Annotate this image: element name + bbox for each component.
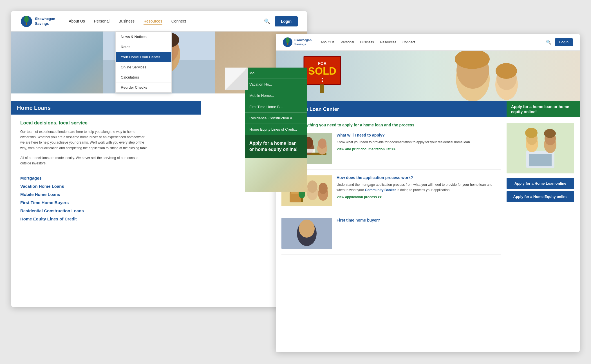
screenshot-left: Skowhegan Savings About Us Personal Busi… bbox=[11, 11, 307, 307]
right-panel-peek: Mo... Vacation Ho... Mobile Home... Firs… bbox=[245, 68, 307, 192]
peek-residential: Residential Construction A... bbox=[245, 113, 307, 124]
dropdown-rates[interactable]: Rates bbox=[116, 42, 171, 52]
peek-vacation: Vacation Ho... bbox=[245, 79, 307, 90]
svg-point-33 bbox=[318, 139, 326, 149]
logo-text-right: Skowhegan Savings bbox=[294, 38, 312, 46]
content-primary: Find out everything you need to apply fo… bbox=[281, 123, 501, 260]
dropdown-reorder-checks[interactable]: Reorder Checks bbox=[116, 82, 171, 92]
first-time-img bbox=[281, 218, 332, 249]
svg-rect-49 bbox=[529, 154, 552, 166]
login-button-right[interactable]: Login bbox=[555, 38, 573, 46]
nav-personal[interactable]: Personal bbox=[94, 18, 109, 25]
link-mobile-home[interactable]: Mobile Home Loans bbox=[20, 192, 298, 197]
sidebar-svg bbox=[507, 123, 574, 173]
community-banker-link[interactable]: Community Banker bbox=[365, 188, 396, 192]
fold-white bbox=[225, 68, 248, 90]
card-2-link[interactable]: View application process >> bbox=[337, 195, 501, 199]
sidebar-image bbox=[507, 123, 574, 173]
navbar-left: Skowhegan Savings About Us Personal Busi… bbox=[11, 11, 307, 32]
nav-about-us[interactable]: About Us bbox=[69, 18, 85, 25]
home-loans-banner: Home Loans bbox=[11, 101, 201, 115]
search-icon[interactable]: 🔍 bbox=[264, 18, 270, 24]
screenshot-right: Skowhegan Savings About Us Personal Busi… bbox=[276, 34, 580, 352]
home-loan-center-banner: Your Home Loan Center bbox=[276, 101, 507, 117]
card-3-title: First time home buyer? bbox=[337, 218, 501, 222]
apply-home-equity-btn[interactable]: Apply for a Home Equity online bbox=[507, 191, 574, 202]
grandparent-laptop-img bbox=[507, 123, 574, 173]
svg-point-39 bbox=[307, 180, 317, 193]
svg-point-52 bbox=[525, 128, 538, 138]
dropdown-online-services[interactable]: Online Services bbox=[116, 62, 171, 72]
card-1-text: What will I need to apply? Know what you… bbox=[337, 133, 501, 164]
hero-image-right: FOR SOLD : bbox=[276, 51, 580, 101]
hero-svg-right: FOR SOLD : bbox=[276, 51, 580, 101]
nav-resources[interactable]: Resources bbox=[144, 18, 162, 25]
link-first-time[interactable]: First Time Home Buyers bbox=[20, 200, 298, 205]
nav-sm-business[interactable]: Business bbox=[360, 40, 374, 44]
card-1-body: Know what you need to provide for docume… bbox=[337, 140, 501, 145]
dropdown-calculators[interactable]: Calculators bbox=[116, 72, 171, 82]
svg-text::: : bbox=[321, 75, 323, 83]
resources-dropdown: News & Notices Rates Your Home Loan Cent… bbox=[115, 32, 172, 93]
svg-point-46 bbox=[299, 220, 315, 238]
svg-rect-2 bbox=[26, 23, 27, 25]
find-out-text: Find out everything you need to apply fo… bbox=[281, 123, 501, 127]
logo-left: Skowhegan Savings bbox=[20, 15, 55, 28]
peek-mo: Mo... bbox=[245, 68, 307, 79]
nav-business[interactable]: Business bbox=[118, 18, 135, 25]
peek-first-time: First Time Home B... bbox=[245, 101, 307, 113]
nav-right-left: 🔍 Login bbox=[264, 16, 298, 26]
info-card-1: What will I need to apply? Know what you… bbox=[281, 133, 501, 170]
card-2-body: Understand the mortgage application proc… bbox=[337, 182, 501, 193]
logo-right: Skowhegan Savings bbox=[283, 37, 312, 47]
svg-rect-19 bbox=[320, 84, 324, 93]
sidebar-right: Apply for a Home Loan online Apply for a… bbox=[507, 123, 574, 260]
apply-peek-text: Apply for a home loan or home equity onl… bbox=[249, 140, 302, 153]
search-icon-right[interactable]: 🔍 bbox=[546, 40, 551, 45]
logo-icon-left bbox=[20, 15, 33, 28]
peek-mobile: Mobile Home... bbox=[245, 90, 307, 101]
info-card-2: How does the application process work? U… bbox=[281, 175, 501, 212]
link-residential-construction[interactable]: Residential Construction Loans bbox=[20, 208, 298, 213]
peek-home-equity: Home Equity Lines of Credi... bbox=[245, 124, 307, 135]
body-text-2: All of our decisions are made locally. W… bbox=[20, 155, 150, 166]
nav-sm-resources[interactable]: Resources bbox=[380, 40, 396, 44]
card-1-title: What will I need to apply? bbox=[337, 133, 501, 137]
dropdown-news[interactable]: News & Notices bbox=[116, 32, 171, 42]
logo-icon-right bbox=[283, 37, 293, 47]
svg-text:FOR: FOR bbox=[318, 61, 326, 66]
body-text-1: Our team of experienced lenders are here… bbox=[20, 129, 150, 151]
svg-rect-13 bbox=[287, 43, 288, 45]
card3-svg bbox=[281, 218, 332, 249]
svg-point-12 bbox=[286, 37, 290, 43]
nav-connect[interactable]: Connect bbox=[171, 18, 186, 25]
logo-text-left: Skowhegan Savings bbox=[35, 17, 55, 26]
banner-row: Your Home Loan Center Apply for a home l… bbox=[276, 101, 580, 117]
card-2-text: How does the application process work? U… bbox=[337, 175, 501, 206]
login-button-left[interactable]: Login bbox=[275, 16, 298, 26]
nav-sm-about[interactable]: About Us bbox=[321, 40, 334, 44]
dropdown-home-loan-center[interactable]: Your Home Loan Center bbox=[116, 52, 171, 62]
svg-point-41 bbox=[319, 183, 328, 194]
card-3-text: First time home buyer? bbox=[337, 218, 501, 249]
navbar-right: Skowhegan Savings About Us Personal Busi… bbox=[276, 34, 580, 51]
card-3-image bbox=[281, 218, 332, 249]
nav-sm-connect[interactable]: Connect bbox=[402, 40, 415, 44]
nav-links-right: About Us Personal Business Resources Con… bbox=[321, 40, 546, 44]
screenshots-container: Skowhegan Savings About Us Personal Busi… bbox=[11, 11, 580, 353]
svg-point-1 bbox=[24, 16, 29, 23]
apply-online-banner: Apply for a home loan or home equity onl… bbox=[507, 101, 580, 117]
peek-apply: Apply for a home loan or home equity onl… bbox=[245, 135, 307, 158]
nav-right-sm: 🔍 Login bbox=[546, 38, 573, 46]
svg-point-55 bbox=[544, 129, 556, 138]
hero-bg-right: FOR SOLD : bbox=[276, 51, 580, 101]
card-2-title: How does the application process work? bbox=[337, 175, 501, 180]
link-home-equity[interactable]: Home Equity Lines of Credit bbox=[20, 216, 298, 221]
nav-sm-personal[interactable]: Personal bbox=[341, 40, 354, 44]
apply-home-loan-btn[interactable]: Apply for a Home Loan online bbox=[507, 178, 574, 189]
card-1-link[interactable]: View and print documentation list >> bbox=[337, 147, 501, 151]
info-card-3: First time home buyer? bbox=[281, 218, 501, 255]
svg-point-25 bbox=[496, 63, 517, 79]
main-content-right: Find out everything you need to apply fo… bbox=[276, 117, 580, 266]
nav-links-left: About Us Personal Business Resources Con… bbox=[69, 18, 264, 25]
